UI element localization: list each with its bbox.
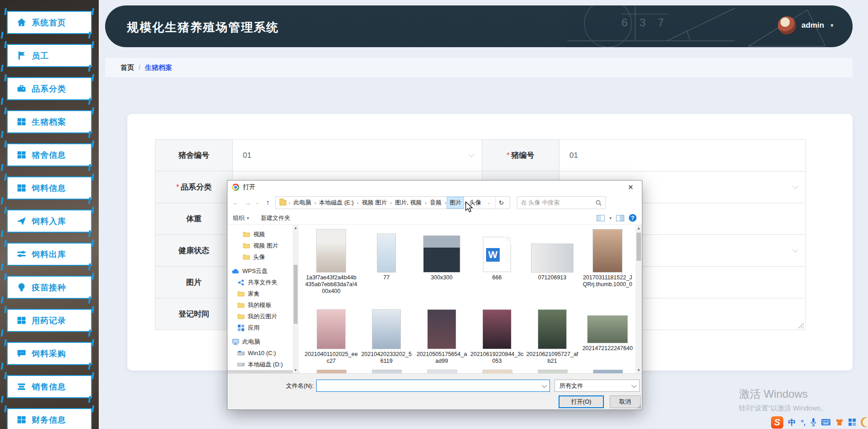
address-segment[interactable]: 视频 图片 bbox=[359, 197, 390, 209]
sidebar-item-pighouse-info[interactable]: 猪舍信息 bbox=[7, 143, 92, 166]
skin-shirt-icon[interactable] bbox=[835, 419, 844, 426]
preview-pane-icon[interactable] bbox=[616, 215, 624, 221]
filename-input[interactable] bbox=[316, 380, 550, 392]
breadcrumb-current[interactable]: 生猪档案 bbox=[145, 63, 172, 72]
sidebar-item-feed-purchase[interactable]: 饲料采购 bbox=[7, 342, 92, 365]
open-button[interactable]: 打开(O) bbox=[559, 395, 604, 408]
search-input[interactable]: 在 头像 中搜索 bbox=[517, 196, 606, 209]
help-icon[interactable]: ? bbox=[629, 214, 637, 222]
address-segment[interactable]: 图片, 视频 bbox=[392, 197, 424, 209]
tree-item-video-pics[interactable]: 视频 图片 bbox=[227, 240, 299, 251]
form-label-pighouse-no: 猪舍编号 bbox=[155, 140, 233, 171]
organize-menu[interactable]: 组织▾ bbox=[233, 214, 249, 222]
tree-item-shared-folder[interactable]: 共享文件夹 bbox=[227, 277, 299, 288]
tree-item-drive-c[interactable]: Win10 (C:) bbox=[227, 347, 299, 359]
pig-no-input[interactable]: 01 bbox=[559, 140, 806, 171]
sidebar-item-label: 员工 bbox=[32, 50, 49, 61]
filetype-select[interactable]: 所有文件 bbox=[555, 380, 640, 392]
close-icon[interactable]: ✕ bbox=[624, 183, 637, 191]
folder-tree: 视频 视频 图片 头像 WPS云盘 共享文件夹 家禽 我的模板 我的云图片 应用… bbox=[227, 225, 299, 374]
file-item[interactable]: 1a3f7ae43f2a4b44b435ab7ebb83da7a!400x400 bbox=[304, 229, 359, 295]
sidebar-item-staff[interactable]: 员工 bbox=[7, 44, 92, 67]
file-item[interactable]: W666 bbox=[469, 237, 525, 281]
scrollbar-thumb[interactable] bbox=[637, 233, 641, 261]
file-grid: 1a3f7ae43f2a4b44b435ab7ebb83da7a!400x400… bbox=[300, 225, 636, 374]
view-mode-icon[interactable] bbox=[597, 215, 605, 221]
file-item[interactable]: 2021472122247640 bbox=[580, 316, 635, 352]
scrollbar-thumb[interactable] bbox=[294, 265, 298, 324]
address-segment-hovered[interactable]: 图片 bbox=[447, 197, 464, 209]
sidebar-item-home[interactable]: 系统首页 bbox=[7, 11, 92, 34]
file-item[interactable]: 071206913 bbox=[525, 244, 580, 281]
resize-grip-icon[interactable] bbox=[798, 323, 804, 328]
tree-item-my-templates[interactable]: 我的模板 bbox=[227, 299, 299, 311]
address-segment[interactable]: 本地磁盘 (E:) bbox=[316, 197, 357, 209]
avatar[interactable] bbox=[778, 16, 796, 34]
sidebar-item-feed-inbound[interactable]: 饲料入库 bbox=[7, 210, 92, 233]
sidebar-item-pig-archive[interactable]: 生猪档案 bbox=[7, 110, 92, 133]
dialog-resize-grip[interactable] bbox=[636, 404, 641, 409]
ime-language-indicator[interactable]: 中 bbox=[788, 417, 796, 428]
refresh-icon[interactable]: ↻ bbox=[495, 196, 507, 209]
file-item[interactable]: 20210619220844_3c053 bbox=[469, 310, 525, 365]
file-item[interactable]: 20210505175654_aad99 bbox=[414, 310, 469, 365]
scroll-down-icon[interactable]: ▼ bbox=[293, 367, 299, 374]
file-item[interactable]: 77 bbox=[359, 234, 414, 281]
file-list-scrollbar[interactable]: ▲ ▼ bbox=[636, 225, 642, 374]
forward-icon[interactable]: → bbox=[243, 199, 252, 207]
ime-toolbox-icon[interactable] bbox=[849, 419, 856, 426]
page-title: 规模化生猪养殖场管理系统 bbox=[127, 20, 279, 35]
view-mode-chevron-icon[interactable]: ▾ bbox=[609, 216, 612, 220]
file-name: 1a3f7ae43f2a4b44b435ab7ebb83da7a!400x400 bbox=[304, 274, 359, 295]
sidebar-item-feed-outbound[interactable]: 饲料出库 bbox=[7, 243, 92, 266]
file-item[interactable]: 20170311181522_JQRrj.thumb.1000_0 bbox=[580, 229, 635, 288]
tree-item-this-pc[interactable]: 此电脑 bbox=[227, 336, 299, 347]
user-menu[interactable]: admin ▼ bbox=[778, 16, 834, 34]
address-dropdown-icon[interactable]: ⌄ bbox=[487, 200, 492, 205]
ime-emoji-partial-icon[interactable] bbox=[861, 417, 867, 427]
scroll-down-icon[interactable]: ▼ bbox=[636, 367, 642, 374]
tree-item-wps-cloud[interactable]: WPS云盘 bbox=[227, 265, 299, 277]
folder-icon bbox=[237, 313, 245, 320]
tree-item-videos[interactable]: 视频 bbox=[227, 229, 299, 240]
windows-activation-watermark: 激活 Windows 转到“设置”以激活 Windows。 bbox=[739, 387, 827, 413]
file-item[interactable]: 20210621095727_afb21 bbox=[525, 310, 580, 365]
file-item[interactable]: 20210420233202_56119 bbox=[359, 310, 414, 365]
open-file-dialog: 打开 ✕ ← → ⌄ ↑ › 此电脑 › 本地磁盘 (E:) › 视频 图片 ›… bbox=[227, 180, 642, 410]
sidebar-item-medication-record[interactable]: 用药记录 bbox=[7, 309, 92, 332]
pighouse-no-select[interactable]: 01 bbox=[233, 140, 482, 171]
sidebar-item-vaccination[interactable]: 疫苗接种 bbox=[7, 276, 92, 299]
sidebar-item-breed-category[interactable]: 品系分类 bbox=[7, 77, 92, 100]
file-name: 77 bbox=[359, 274, 414, 281]
tree-scrollbar[interactable]: ▲ ▼ bbox=[293, 225, 299, 374]
tree-item-avatars[interactable]: 头像 bbox=[227, 251, 299, 263]
tree-item-poultry[interactable]: 家禽 bbox=[227, 288, 299, 299]
sidebar-item-sales-info[interactable]: 销售信息 bbox=[7, 375, 92, 398]
back-icon[interactable]: ← bbox=[231, 199, 240, 207]
address-segment[interactable]: 此电脑 bbox=[291, 197, 314, 209]
sidebar-item-finance-info[interactable]: 财务信息 bbox=[7, 408, 92, 429]
file-item[interactable]: 20210401102025_eec27 bbox=[304, 310, 359, 365]
new-folder-button[interactable]: 新建文件夹 bbox=[261, 214, 290, 222]
history-chevron-icon[interactable]: ⌄ bbox=[256, 200, 260, 205]
ime-punctuation-indicator[interactable]: °, bbox=[801, 419, 805, 426]
file-item[interactable]: 300x300 bbox=[414, 236, 469, 281]
breadcrumb-home[interactable]: 首页 bbox=[121, 63, 134, 72]
keyboard-icon[interactable] bbox=[821, 419, 830, 425]
username: admin bbox=[801, 21, 824, 30]
form-label-image: 图片 bbox=[155, 267, 233, 298]
tree-item-apps[interactable]: 应用 bbox=[227, 322, 299, 333]
sogou-icon[interactable]: S bbox=[771, 416, 783, 429]
address-segment[interactable]: 音频 bbox=[427, 197, 444, 209]
sidebar-item-label: 销售信息 bbox=[32, 381, 66, 392]
scroll-up-icon[interactable]: ▲ bbox=[636, 225, 642, 232]
sidebar-item-feed-info[interactable]: 饲料信息 bbox=[7, 176, 92, 200]
dialog-titlebar[interactable]: 打开 ✕ bbox=[227, 180, 642, 194]
tree-item-my-cloud-pics[interactable]: 我的云图片 bbox=[227, 311, 299, 322]
scroll-up-icon[interactable]: ▲ bbox=[293, 225, 299, 231]
chevron-down-icon bbox=[792, 183, 798, 189]
microphone-icon[interactable] bbox=[810, 418, 816, 426]
tree-item-drive-d[interactable]: 本地磁盘 (D:) bbox=[227, 359, 299, 370]
up-icon[interactable]: ↑ bbox=[263, 199, 272, 207]
address-bar[interactable]: › 此电脑 › 本地磁盘 (E:) › 视频 图片 › 图片, 视频 › 音频 … bbox=[275, 196, 510, 209]
